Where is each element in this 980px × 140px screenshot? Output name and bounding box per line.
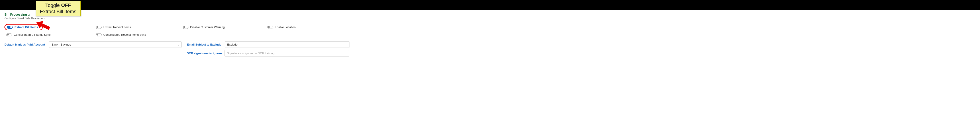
annotation-callout: Toggle OFF Extract Bill Items [36, 1, 81, 16]
toggle-switch-icon [96, 26, 102, 29]
toggle-extract-receipt-items[interactable]: Extract Receipt Items [96, 24, 183, 31]
toggle-label: Disable Customer Warning [190, 26, 225, 29]
select-value: Bank - Savings [49, 41, 181, 48]
form-row-ocr-signatures: OCR signatures to ignore [187, 50, 975, 56]
callout-line1-bold: OFF [61, 2, 71, 8]
toggle-switch-icon [6, 33, 12, 36]
settings-panel: Toggle OFF Extract Bill Items Bill Proce… [0, 10, 980, 59]
form-row-default-paid: Default Mark as Paid Account Bank - Savi… [5, 41, 975, 48]
toggle-switch-icon [96, 33, 102, 36]
empty-cell [183, 33, 267, 36]
toggle-extract-bill-items[interactable] [7, 26, 13, 29]
toggle-label: Extract Receipt Items [103, 26, 131, 29]
empty-cell [267, 33, 334, 36]
toggle-switch-icon [183, 26, 188, 29]
app-topbar [0, 0, 980, 10]
toggle-switch-icon [267, 26, 273, 29]
input-email-subject-exclude[interactable] [225, 41, 350, 48]
select-default-paid-account[interactable]: Bank - Savings ⌄ [49, 41, 181, 48]
toggle-grid: Extract Bill Items Extract Receipt Items… [5, 24, 975, 36]
collapse-caret-icon: △ [28, 13, 30, 16]
toggle-label: Consolidated Receipt Items Sync [103, 33, 146, 36]
callout-line2: Extract Bill Items [40, 9, 76, 14]
toggle-label: Enable Location [275, 26, 296, 29]
callout-line1-pre: Toggle [45, 2, 61, 8]
label-ocr-signatures: OCR signatures to ignore [187, 51, 224, 55]
annotation-circle: Extract Bill Items [5, 24, 43, 31]
section-title[interactable]: Bill Processing △ [5, 13, 30, 16]
label-email-subject-exclude: Email Subject to Exclude [187, 43, 225, 46]
toggle-enable-location[interactable]: Enable Location [267, 24, 334, 31]
email-subject-exclude-group: Email Subject to Exclude [187, 41, 350, 48]
toggle-consolidated-bill-items-sync[interactable]: Consolidated Bill Items Sync [5, 33, 96, 36]
toggle-label: Consolidated Bill Items Sync [14, 33, 51, 36]
section-subtitle: Configure Smart Data Reader to p [5, 17, 975, 20]
toggle-extract-bill-items-label: Extract Bill Items [14, 26, 38, 29]
label-default-paid-account: Default Mark as Paid Account [5, 43, 49, 46]
input-ocr-signatures[interactable] [224, 50, 349, 56]
section-title-text: Bill Processing [5, 13, 27, 16]
toggle-consolidated-receipt-items-sync[interactable]: Consolidated Receipt Items Sync [96, 33, 183, 36]
callout-box: Toggle OFF Extract Bill Items [36, 1, 81, 16]
form-rows: Default Mark as Paid Account Bank - Savi… [5, 41, 975, 56]
toggle-disable-customer-warning[interactable]: Disable Customer Warning [183, 24, 267, 31]
